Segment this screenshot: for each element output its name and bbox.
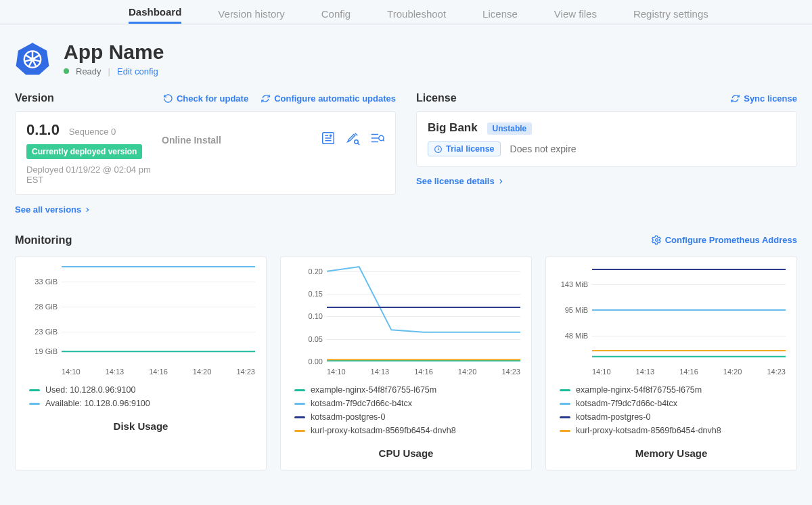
license-expiry: Does not expire [510, 144, 577, 154]
legend-item: kotsadm-7f9dc7d66c-b4tcx [560, 399, 788, 408]
legend-item: kotsadm-postgres-0 [294, 412, 523, 422]
legend-swatch-icon [294, 389, 305, 391]
legend-label: Available: 10.128.0.96:9100 [45, 399, 150, 408]
sync-license-button[interactable]: Sync license [730, 93, 797, 104]
legend-swatch-icon [560, 389, 570, 391]
x-tick: 14:20 [458, 368, 477, 376]
chevron-right-icon [497, 178, 504, 185]
edit-config-link[interactable]: Edit config [117, 66, 158, 76]
license-channel-badge: Unstable [487, 123, 533, 135]
refresh-icon [163, 93, 173, 104]
x-tick: 14:16 [149, 368, 168, 376]
license-card: License Sync license Big Bank Unstable T… [416, 92, 797, 215]
chart-title: CPU Usage [286, 447, 526, 459]
legend-item: example-nginx-54f8f76755-l675m [560, 385, 788, 395]
status-dot-icon [64, 68, 69, 74]
clock-icon [434, 145, 443, 154]
svg-point-20 [379, 135, 384, 140]
version-title: Version [15, 92, 54, 104]
nav-tabs: DashboardVersion historyConfigTroublesho… [0, 0, 812, 24]
version-card: Version Check for update Configure autom… [15, 92, 396, 215]
x-tick: 14:16 [679, 368, 698, 376]
tab-troubleshoot[interactable]: Troubleshoot [387, 8, 446, 24]
legend-swatch-icon [294, 430, 305, 432]
app-name: App Name [64, 41, 164, 64]
see-all-versions-link[interactable]: See all versions [15, 204, 396, 215]
legend-item: kotsadm-postgres-0 [560, 412, 788, 422]
legend-swatch-icon [29, 389, 40, 391]
chart-memory-usage: 143 MiB95 MiB48 MiB14:1014:1314:1614:201… [545, 256, 797, 470]
config-icon[interactable] [345, 131, 360, 146]
monitoring-section: Monitoring Configure Prometheus Address … [0, 215, 812, 485]
x-tick: 14:23 [767, 368, 786, 376]
gear-icon [652, 235, 662, 245]
monitoring-title: Monitoring [15, 234, 72, 246]
x-tick: 14:10 [327, 368, 346, 376]
sync-icon [261, 93, 271, 104]
legend-label: kotsadm-postgres-0 [311, 412, 385, 422]
y-tick: 95 MiB [554, 306, 588, 314]
preflight-icon[interactable] [369, 131, 384, 146]
legend-label: kotsadm-7f9dc7d66c-b4tcx [311, 399, 412, 408]
chart-title: Memory Usage [551, 447, 791, 459]
tab-version-history[interactable]: Version history [218, 8, 284, 24]
legend-swatch-icon [294, 416, 305, 418]
x-tick: 14:10 [62, 368, 81, 376]
y-tick: 143 MiB [554, 280, 588, 288]
legend-item: example-nginx-54f8f76755-l675m [294, 385, 523, 395]
x-tick: 14:16 [414, 368, 433, 376]
legend-label: kotsadm-7f9dc7d66c-b4tcx [576, 399, 677, 408]
legend-label: kotsadm-postgres-0 [576, 412, 650, 422]
configure-prometheus-button[interactable]: Configure Prometheus Address [652, 235, 797, 245]
check-update-button[interactable]: Check for update [163, 93, 248, 104]
legend-swatch-icon [560, 430, 570, 432]
kubernetes-icon [15, 38, 50, 79]
y-tick: 48 MiB [554, 332, 588, 340]
chart-title: Disk Usage [21, 420, 261, 432]
auto-update-button[interactable]: Configure automatic updates [261, 93, 396, 104]
sequence-number: Sequence 0 [69, 127, 116, 137]
svg-point-14 [330, 135, 332, 136]
x-tick: 14:13 [636, 368, 655, 376]
tab-dashboard[interactable]: Dashboard [129, 6, 181, 24]
install-mode: Online Install [162, 121, 321, 146]
y-tick: 0.10 [289, 312, 323, 320]
tab-view-files[interactable]: View files [554, 8, 597, 24]
svg-line-21 [383, 140, 384, 141]
version-number: 0.1.0 [26, 121, 60, 138]
y-tick: 0.20 [289, 267, 323, 276]
svg-point-9 [30, 57, 35, 62]
license-name: Big Bank [428, 121, 478, 134]
legend-label: example-nginx-54f8f76755-l675m [576, 385, 702, 395]
legend-item: kurl-proxy-kotsadm-8569fb6454-dnvh8 [294, 426, 523, 435]
deployed-badge: Currently deployed version [26, 144, 142, 159]
legend-label: example-nginx-54f8f76755-l675m [311, 385, 436, 395]
legend-swatch-icon [294, 403, 305, 405]
chevron-right-icon [84, 206, 91, 213]
tab-config[interactable]: Config [321, 8, 351, 24]
legend-swatch-icon [560, 416, 570, 418]
y-tick: 0.05 [289, 335, 323, 343]
y-tick: 28 GiB [24, 303, 58, 311]
see-license-details-link[interactable]: See license details [416, 176, 797, 186]
y-tick: 19 GiB [24, 347, 58, 355]
x-tick: 14:23 [236, 368, 255, 376]
y-tick: 33 GiB [24, 278, 58, 286]
x-tick: 14:20 [723, 368, 742, 376]
release-notes-icon[interactable] [321, 131, 336, 146]
svg-line-16 [357, 143, 359, 145]
legend-label: kurl-proxy-kotsadm-8569fb6454-dnvh8 [311, 426, 456, 435]
app-header: App Name Ready | Edit config [0, 24, 812, 79]
chart-cpu-usage: 0.200.150.100.050.0014:1014:1314:1614:20… [280, 256, 532, 470]
legend-item: kurl-proxy-kotsadm-8569fb6454-dnvh8 [560, 426, 788, 435]
legend-item: Available: 10.128.0.96:9100 [29, 399, 258, 408]
y-tick: 23 GiB [24, 328, 58, 336]
x-tick: 14:13 [106, 368, 125, 376]
sync-icon [730, 93, 740, 104]
legend-label: Used: 10.128.0.96:9100 [45, 385, 135, 395]
legend-label: kurl-proxy-kotsadm-8569fb6454-dnvh8 [576, 426, 721, 435]
x-tick: 14:20 [193, 368, 212, 376]
tab-registry-settings[interactable]: Registry settings [633, 8, 708, 24]
tab-license[interactable]: License [482, 8, 518, 24]
svg-point-23 [655, 239, 658, 242]
